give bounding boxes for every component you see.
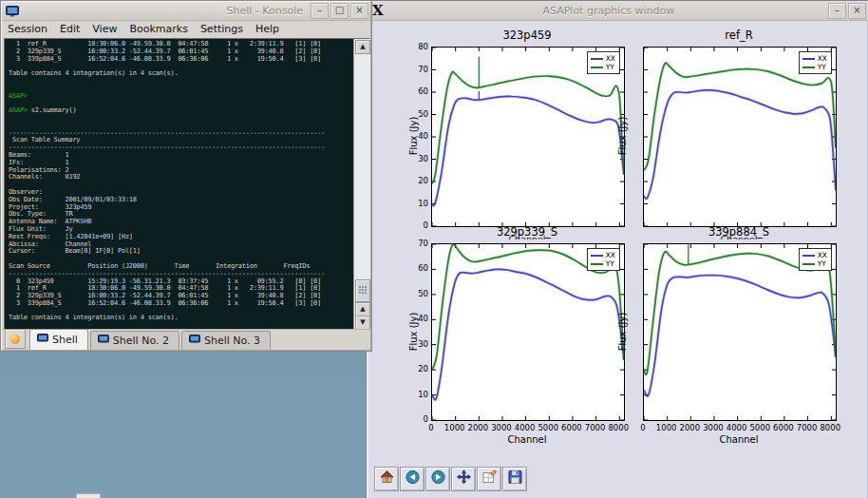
series-YY-tl [432,71,624,183]
terminal-line: Cursor: Beam[0] IF[0] Pol[1] [9,248,352,256]
legend-label: YY [818,260,826,268]
terminal-line: ASAP> s2.summary() [9,107,352,115]
asap-prompt: ASAP> [9,92,28,100]
terminal-line [9,86,352,93]
home-button[interactable] [374,467,399,491]
minimize-button[interactable]: – [828,3,846,19]
terminal-viewport[interactable]: 1 ref_R 18:30:06.0 -49.59.30.0 04:47:58 … [4,38,370,331]
terminal-tab-icon [37,334,48,346]
forward-icon [430,469,446,488]
terminal-line: 3 339p884_S 16:52:04.6 -46.08.33.9 06:36… [9,56,352,64]
legend-label: XX [818,252,827,259]
legend-br: XXYY [799,248,832,271]
legend-label: XX [606,252,615,259]
plot-title-tr: ref_R [643,29,835,43]
menu-item-bookmarks[interactable]: Bookmarks [129,23,187,35]
save-button[interactable] [502,467,527,491]
axes-tl[interactable]: XXYY [431,47,625,227]
ytick-70-bl: 70 [406,239,428,248]
ytick-60-bl: 60 [406,263,428,273]
legend-entry-YY: YY [802,63,827,71]
ytick-10-bl: 10 [406,390,428,399]
tab-shell-no-2[interactable]: Shell No. 2 [90,331,179,350]
menu-item-settings[interactable]: Settings [200,23,243,35]
menu-item-edit[interactable]: Edit [60,23,80,35]
plot-title-tl: 323p459 [431,29,623,43]
back-button[interactable] [400,467,425,491]
terminal-line: Table contains 4 integration(s) in 4 sca… [9,70,352,78]
ytick-20-bl: 20 [406,364,428,374]
asap-prompt: ASAP> [9,106,31,114]
xlabel-bl: Channel [431,434,623,445]
legend-entry-XX: XX [802,251,827,259]
series-XX-tr [644,90,836,199]
legend-entry-YY: YY [591,259,615,268]
xlabel-br: Channel [643,434,835,445]
konsole-tabbar: ShellShell No. 2Shell No. 3 [2,329,370,350]
plot-title-bl: 329p339_S [431,225,623,239]
save-icon [507,469,523,488]
axes-br[interactable]: XXYY [643,243,837,421]
legend-line-sample [591,67,603,68]
legend-line-sample [802,255,815,257]
ytick-60-tl: 60 [406,86,428,96]
terminal-line: 3 339p884_S 16:52:04.6 -46.08.33.9 06:36… [9,300,352,308]
legend-line-sample [802,67,815,68]
forward-button[interactable] [425,467,450,491]
asaplot-titlebar[interactable]: X ASAPlot graphics window – × [368,2,868,21]
menu-item-view[interactable]: View [92,23,117,35]
subplots-button[interactable] [477,467,501,491]
axes-bl[interactable]: XXYY [431,243,625,421]
konsole-window-title: Shell - Konsole [23,5,311,17]
new-session-button[interactable] [5,329,26,349]
konsole-titlebar[interactable]: Shell - Konsole – □ × [2,2,370,21]
back-icon [405,469,421,488]
terminal-line [9,182,352,189]
pan-button[interactable] [451,467,476,491]
maximize-button[interactable]: □ [330,3,349,19]
pan-icon [456,469,472,488]
asaplot-window-title: ASAPlot graphics window [389,5,828,17]
ytick-80-tl: 80 [406,42,428,51]
legend-line-sample [591,263,603,265]
asaplot-window: X ASAPlot graphics window – × Channel323… [366,0,868,498]
session-ball-icon [10,335,20,344]
legend-line-sample [591,58,603,60]
close-button[interactable]: × [848,3,866,19]
axes-tr[interactable]: XXYY [643,47,837,227]
ylabel-br: Flux (Jy) [617,298,629,365]
terminal-output: 1 ref_R 18:30:06.0 -49.59.30.0 04:47:58 … [9,41,352,330]
minimize-button[interactable]: – [311,3,329,19]
ylabel-tl: Flux (Jy) [408,103,420,169]
menu-item-session[interactable]: Session [8,23,47,35]
ytick-70-tl: 70 [406,65,428,74]
series-XX-br [644,276,836,396]
tab-label: Shell No. 2 [113,335,169,347]
terminal-line: Channels: 8192 [9,174,352,182]
series-YY-tr [644,63,836,170]
terminal-tab-icon [189,335,200,347]
plot-title-br: 339p884_S [643,225,835,239]
terminal-icon [2,6,23,17]
legend-label: XX [818,55,827,63]
tab-label: Shell No. 3 [204,335,260,347]
legend-label: YY [606,260,614,268]
legend-tl: XXYY [587,51,620,74]
legend-entry-XX: XX [591,54,615,63]
tab-shell[interactable]: Shell [29,329,88,350]
ytick-0-tl: 0 [406,220,428,230]
terminal-scrollbar[interactable]: ▲ ▲ ▼ [353,39,369,330]
close-button[interactable]: × [350,3,368,19]
tab-shell-no-3[interactable]: Shell No. 3 [181,331,271,350]
terminal-line: ASAP> [9,93,352,101]
scroll-up-button[interactable]: ▲ [355,40,370,54]
terminal-line: Table contains 4 integration(s) in 4 sca… [9,315,352,322]
scroll-down-button[interactable]: ▼ [355,316,370,330]
scroll-up-button-2[interactable]: ▲ [355,302,370,316]
legend-line-sample [591,255,603,257]
scrollbar-thumb[interactable] [355,279,370,302]
xtick-8000-br: 8000 [814,423,846,432]
legend-entry-YY: YY [802,259,827,268]
tab-label: Shell [52,334,78,346]
menu-item-help[interactable]: Help [255,23,279,35]
